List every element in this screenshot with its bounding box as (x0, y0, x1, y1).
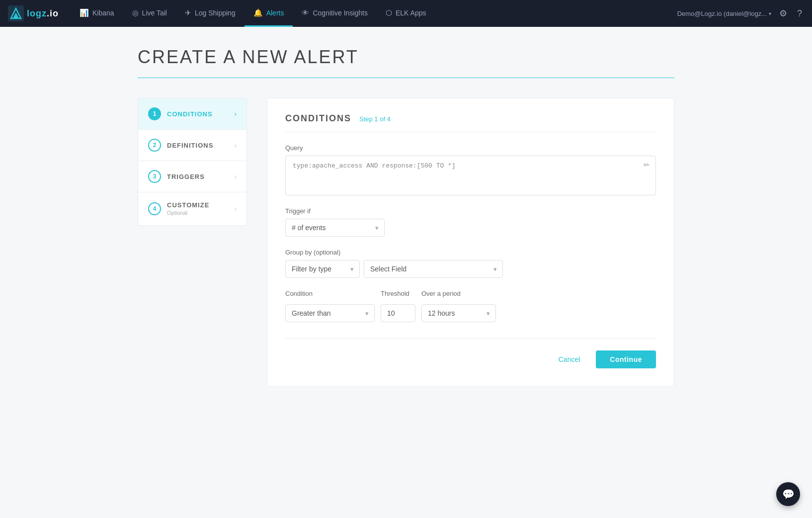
user-label: Demo@Logz.io (daniel@logz... (677, 10, 767, 17)
kibana-icon: 📊 (80, 8, 89, 17)
step-label-conditions: CONDITIONS (167, 110, 228, 118)
step-label-customize: CUSTOMIZE Optional (167, 201, 228, 216)
period-select-wrapper: 5 minutes 10 minutes 30 minutes 1 hour 2… (421, 304, 496, 322)
step-number-1: 1 (148, 107, 161, 120)
chevron-right-icon-2: › (234, 141, 237, 149)
threshold-group: Threshold (381, 290, 415, 322)
step-item-customize[interactable]: 4 CUSTOMIZE Optional › (138, 192, 246, 225)
condition-field-group: Condition Greater than Less than Equal t… (285, 290, 656, 322)
trigger-if-label: Trigger if (285, 207, 656, 215)
nav-label-alerts: Alerts (266, 9, 284, 17)
select-field-select-wrapper: Select Field (364, 260, 503, 278)
step-label-triggers: TRIGGERS (167, 173, 228, 180)
condition-select-wrapper: Greater than Less than Equal to Not equa… (285, 304, 375, 322)
threshold-label: Threshold (381, 290, 415, 297)
trigger-if-field-group: Trigger if # of events # of unique value… (285, 207, 656, 237)
live-tail-icon: ◎ (132, 8, 139, 17)
nav-label-live-tail: Live Tail (142, 9, 167, 17)
group-by-label: Group by (optional) (285, 249, 656, 256)
step-number-4: 4 (148, 202, 161, 215)
nav-label-kibana: Kibana (92, 9, 114, 17)
condition-select[interactable]: Greater than Less than Equal to Not equa… (285, 304, 375, 322)
main-layout: 1 CONDITIONS › 2 DEFINITIONS › 3 TRIGGER… (138, 98, 674, 387)
user-menu[interactable]: Demo@Logz.io (daniel@logz... ▾ (677, 10, 771, 17)
period-label: Over a period (421, 290, 496, 297)
step-item-conditions[interactable]: 1 CONDITIONS › (138, 98, 246, 130)
group-by-field-group: Group by (optional) Filter by type Selec… (285, 249, 656, 278)
step-label-definitions: DEFINITIONS (167, 142, 228, 149)
step-optional-label: Optional (167, 210, 187, 216)
chat-icon: 💬 (782, 488, 795, 500)
nav-right: Demo@Logz.io (daniel@logz... ▾ ⚙ ? (677, 6, 804, 21)
filter-type-select[interactable]: Filter by type (285, 260, 360, 278)
trigger-if-select[interactable]: # of events # of unique values Metric (285, 219, 385, 237)
nav-item-log-shipping[interactable]: ✈ Log Shipping (176, 0, 244, 27)
group-by-row: Filter by type Select Field (285, 260, 656, 278)
select-field-select[interactable]: Select Field (364, 260, 503, 278)
elk-apps-icon: ⬡ (386, 8, 392, 17)
nav-item-cognitive-insights[interactable]: 👁 Cognitive Insights (293, 0, 377, 27)
step-item-triggers[interactable]: 3 TRIGGERS › (138, 161, 246, 192)
steps-sidebar: 1 CONDITIONS › 2 DEFINITIONS › 3 TRIGGER… (138, 98, 247, 226)
brand-text: logz.io (27, 8, 59, 19)
settings-icon[interactable]: ⚙ (777, 6, 789, 21)
nav-items: 📊 Kibana ◎ Live Tail ✈ Log Shipping 🔔 Al… (71, 0, 677, 27)
step-item-definitions[interactable]: 2 DEFINITIONS › (138, 130, 246, 161)
page-title: CREATE A NEW ALERT (138, 47, 674, 68)
period-group: Over a period 5 minutes 10 minutes 30 mi… (421, 290, 496, 322)
page-content: CREATE A NEW ALERT 1 CONDITIONS › 2 DEFI… (108, 27, 704, 417)
cognitive-insights-icon: 👁 (302, 8, 309, 17)
help-icon[interactable]: ? (795, 6, 804, 21)
nav-label-cognitive-insights: Cognitive Insights (313, 9, 368, 17)
trigger-if-select-wrapper: # of events # of unique values Metric (285, 219, 385, 237)
query-label: Query (285, 144, 656, 152)
filter-type-select-wrapper: Filter by type (285, 260, 360, 278)
nav-label-log-shipping: Log Shipping (195, 9, 236, 17)
condition-label: Condition (285, 290, 375, 297)
chat-bubble[interactable]: 💬 (776, 482, 800, 506)
continue-button[interactable]: Continue (596, 350, 656, 368)
edit-icon[interactable]: ✏ (644, 161, 650, 170)
period-select[interactable]: 5 minutes 10 minutes 30 minutes 1 hour 2… (421, 304, 496, 322)
condition-group: Condition Greater than Less than Equal t… (285, 290, 375, 322)
page-divider (138, 78, 674, 78)
navbar: logz.io 📊 Kibana ◎ Live Tail ✈ Log Shipp… (0, 0, 812, 27)
query-box-wrapper: type:apache_access AND response:[500 TO … (285, 156, 656, 195)
chevron-right-icon-1: › (234, 110, 237, 118)
cancel-button[interactable]: Cancel (551, 351, 588, 367)
nav-label-elk-apps: ELK Apps (396, 9, 426, 17)
form-panel: CONDITIONS Step 1 of 4 Query type:apache… (267, 98, 674, 387)
condition-row: Condition Greater than Less than Equal t… (285, 290, 656, 322)
form-footer: Cancel Continue (285, 338, 656, 368)
query-box[interactable]: type:apache_access AND response:[500 TO … (285, 156, 656, 195)
user-chevron-icon: ▾ (769, 11, 771, 16)
form-panel-header: CONDITIONS Step 1 of 4 (285, 113, 656, 132)
brand-logo[interactable]: logz.io (8, 5, 59, 21)
chevron-right-icon-4: › (234, 205, 237, 213)
nav-item-live-tail[interactable]: ◎ Live Tail (123, 0, 176, 27)
form-panel-step: Step 1 of 4 (359, 115, 391, 123)
nav-item-elk-apps[interactable]: ⬡ ELK Apps (377, 0, 435, 27)
log-shipping-icon: ✈ (185, 8, 191, 17)
alerts-icon: 🔔 (253, 8, 263, 17)
nav-item-kibana[interactable]: 📊 Kibana (71, 0, 123, 27)
form-panel-title: CONDITIONS (285, 113, 351, 124)
chevron-right-icon-3: › (234, 173, 237, 180)
step-number-3: 3 (148, 170, 161, 183)
nav-item-alerts[interactable]: 🔔 Alerts (244, 0, 293, 27)
query-field-group: Query type:apache_access AND response:[5… (285, 144, 656, 195)
threshold-input[interactable] (381, 304, 415, 322)
step-number-2: 2 (148, 139, 161, 152)
